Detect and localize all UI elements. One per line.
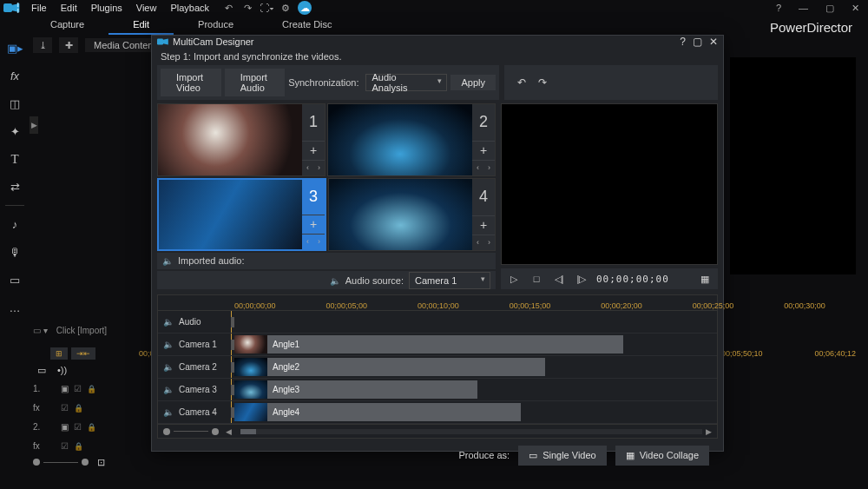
- mixer-icon[interactable]: ♪: [5, 215, 24, 234]
- video-track-icon[interactable]: ▣: [61, 384, 69, 393]
- tab-edit[interactable]: Edit: [108, 16, 174, 35]
- audio-track[interactable]: [234, 311, 717, 333]
- left-toolbar: ▣▸ fx ◫ ✦ T ⇄ ♪ 🎙 ▭ …: [0, 35, 30, 489]
- modal-close-icon[interactable]: ✕: [709, 36, 718, 48]
- transition-icon[interactable]: ⇄: [5, 177, 24, 196]
- play-icon[interactable]: ▷: [506, 271, 522, 287]
- camera-cell-2[interactable]: 2 + ‹›: [327, 103, 496, 176]
- cloud-icon[interactable]: ☁: [298, 1, 312, 15]
- undo-icon[interactable]: ↶: [221, 1, 235, 15]
- menu-view[interactable]: View: [129, 1, 164, 15]
- menu-playback[interactable]: Playback: [163, 1, 216, 15]
- particle-icon[interactable]: ✦: [5, 122, 24, 141]
- tl-zoom-slider[interactable]: [174, 431, 208, 432]
- camera-4-add-icon[interactable]: +: [472, 215, 495, 235]
- clip-angle2[interactable]: Angle2: [234, 358, 545, 376]
- marker-icon[interactable]: ⇥⇤: [71, 347, 95, 360]
- time-ruler[interactable]: 00;00;00;00 00;00;05;00 00;00;10;00 00;0…: [158, 295, 717, 311]
- menu-file[interactable]: File: [24, 1, 54, 15]
- plugin-icon[interactable]: ✚: [59, 37, 78, 53]
- zoom-fit-icon[interactable]: ⊡: [97, 457, 105, 468]
- snap-icon[interactable]: ⊞: [50, 347, 68, 360]
- import-icon[interactable]: ⤓: [33, 37, 52, 53]
- maximize-icon[interactable]: ▢: [820, 3, 839, 14]
- menu-edit[interactable]: Edit: [54, 1, 84, 15]
- track-controls-icon[interactable]: ▭: [33, 365, 50, 376]
- clip-angle3[interactable]: Angle3: [234, 380, 477, 399]
- track-lock-icon[interactable]: [74, 403, 83, 413]
- modal-maximize-icon[interactable]: ▢: [693, 36, 702, 48]
- subtitle-icon[interactable]: …: [5, 298, 24, 317]
- video-collage-button[interactable]: ▦Video Collage: [615, 446, 709, 466]
- camera-cell-3[interactable]: 3 + ‹›: [157, 178, 326, 251]
- media-library-icon[interactable]: ▣▸: [5, 38, 24, 57]
- overlay-icon[interactable]: ◫: [5, 94, 24, 113]
- camera-2-next-icon[interactable]: ›: [483, 161, 495, 175]
- close-icon[interactable]: ✕: [846, 3, 865, 14]
- track-visible-icon[interactable]: [74, 422, 82, 432]
- single-video-button[interactable]: ▭Single Video: [518, 446, 607, 466]
- camera-4-next-icon[interactable]: ›: [483, 235, 495, 250]
- tl-zoom-out-icon[interactable]: [163, 428, 170, 435]
- track-visible-icon[interactable]: [74, 384, 82, 393]
- tl-zoom-in-icon[interactable]: [212, 428, 219, 435]
- track-lock-icon[interactable]: [87, 384, 96, 393]
- speaker-icon: [163, 340, 174, 349]
- camera-1-prev-icon[interactable]: ‹: [302, 161, 313, 175]
- next-frame-icon[interactable]: |▷: [574, 271, 589, 287]
- camera-1-next-icon[interactable]: ›: [313, 161, 325, 175]
- bg-timecode-r1: 00;06;40;12: [814, 349, 856, 358]
- modal-redo-icon[interactable]: ↷: [534, 74, 551, 91]
- zoom-out-icon[interactable]: [33, 459, 40, 466]
- camera-1-add-icon[interactable]: +: [302, 141, 325, 160]
- modal-undo-icon[interactable]: ↶: [513, 74, 530, 91]
- apply-button[interactable]: Apply: [450, 75, 496, 90]
- camera-3-prev-icon[interactable]: ‹: [302, 235, 313, 249]
- import-video-button[interactable]: Import Video: [161, 69, 221, 96]
- track-lock-icon[interactable]: [74, 441, 83, 451]
- modal-help-icon[interactable]: ?: [680, 36, 686, 48]
- help-icon[interactable]: ?: [771, 3, 786, 13]
- stop-icon[interactable]: □: [529, 271, 544, 287]
- camera-3-add-icon[interactable]: +: [302, 215, 325, 234]
- camera-3-next-icon[interactable]: ›: [313, 235, 325, 249]
- chapter-icon[interactable]: ▭: [5, 270, 24, 289]
- clip-angle4[interactable]: Angle4: [234, 403, 521, 421]
- track-visible-icon[interactable]: [61, 441, 69, 451]
- prev-frame-icon[interactable]: ◁|: [551, 271, 567, 287]
- minimize-icon[interactable]: —: [793, 3, 813, 13]
- settings-icon[interactable]: ⚙: [279, 1, 293, 15]
- tab-capture[interactable]: Capture: [26, 16, 108, 35]
- track-visible-icon[interactable]: [61, 403, 69, 413]
- camera-2-thumb: [328, 104, 472, 175]
- safe-zone-icon[interactable]: ▦: [697, 271, 713, 287]
- audio-source-select[interactable]: Camera 1: [409, 272, 490, 289]
- camera-cell-4[interactable]: 4 + ‹›: [328, 178, 496, 251]
- redo-icon[interactable]: ↷: [240, 1, 254, 15]
- voice-icon[interactable]: 🎙: [5, 242, 24, 261]
- folder-dropdown[interactable]: ▭ ▾: [33, 326, 48, 335]
- track-audio-icon[interactable]: •)): [57, 365, 67, 375]
- ratio-icon[interactable]: ⛶▾: [260, 1, 273, 15]
- tl-scroll-left-icon[interactable]: ◀: [226, 427, 232, 436]
- clip-angle1[interactable]: Angle1: [234, 335, 623, 354]
- import-audio-button[interactable]: Import Audio: [225, 69, 285, 96]
- camera-2-add-icon[interactable]: +: [472, 141, 495, 160]
- tl-scrollbar[interactable]: [240, 429, 702, 434]
- title-icon[interactable]: T: [5, 149, 24, 169]
- sync-select[interactable]: Audio Analysis: [365, 74, 447, 91]
- zoom-in-icon[interactable]: [82, 459, 89, 466]
- camera-cell-1[interactable]: 1 + ‹›: [157, 103, 326, 176]
- svg-rect-3: [157, 39, 163, 45]
- menu-plugins[interactable]: Plugins: [84, 1, 129, 15]
- zoom-slider[interactable]: [43, 462, 78, 463]
- camera-4-prev-icon[interactable]: ‹: [472, 235, 483, 250]
- tl-scroll-right-icon[interactable]: ▶: [706, 427, 712, 436]
- tab-produce[interactable]: Produce: [174, 16, 258, 35]
- camera-2-prev-icon[interactable]: ‹: [472, 161, 483, 175]
- fx-icon[interactable]: fx: [5, 66, 24, 85]
- video-track-icon[interactable]: ▣: [61, 422, 69, 432]
- track-lock-icon[interactable]: [87, 422, 96, 432]
- expand-left-icon[interactable]: ▶: [30, 116, 38, 134]
- tab-create-disc[interactable]: Create Disc: [258, 16, 356, 35]
